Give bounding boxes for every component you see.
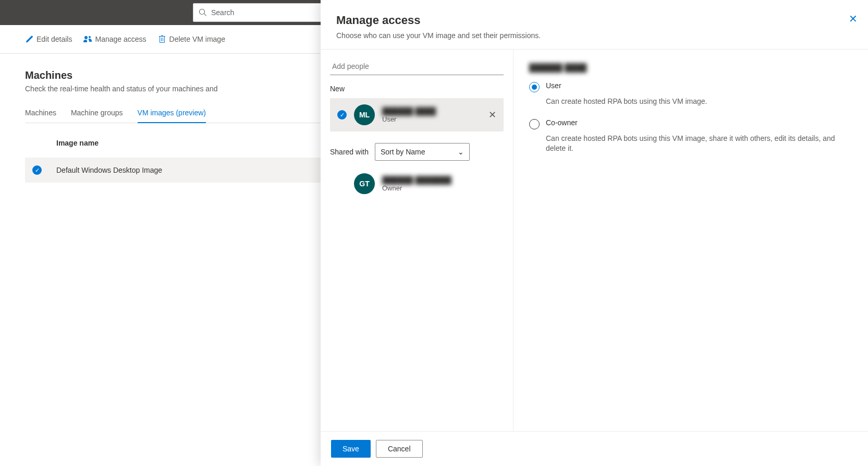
panel-title: Manage access [336, 14, 852, 27]
radio-coowner[interactable] [529, 119, 540, 129]
chevron-down-icon: ⌄ [458, 148, 464, 156]
tab-vm-images[interactable]: VM images (preview) [138, 109, 206, 123]
row-image-name: Default Windows Desktop Image [56, 166, 162, 174]
radio-user-description: Can create hosted RPA bots using this VM… [546, 97, 852, 107]
sort-dropdown[interactable]: Sort by Name ⌄ [375, 143, 470, 161]
person-selected-check-icon [337, 110, 347, 120]
radio-user-label: User [546, 81, 561, 90]
close-icon[interactable]: ✕ [849, 13, 858, 25]
person-name: ██████ ███████ [382, 176, 451, 184]
person-role: User [382, 115, 436, 123]
tab-machines[interactable]: Machines [25, 109, 56, 123]
manage-access-button[interactable]: Manage access [83, 35, 146, 43]
delete-vm-image-button[interactable]: Delete VM image [158, 35, 225, 43]
new-person-card[interactable]: ML ██████ ████ User ✕ [330, 98, 504, 132]
remove-person-icon[interactable]: ✕ [488, 109, 496, 121]
person-name: ██████ ████ [382, 107, 436, 115]
save-button[interactable]: Save [331, 440, 371, 458]
radio-user[interactable] [529, 82, 540, 92]
search-placeholder: Search [211, 8, 234, 17]
person-role: Owner [382, 184, 451, 192]
edit-details-button[interactable]: Edit details [25, 35, 72, 43]
trash-icon [158, 35, 166, 43]
avatar: GT [354, 173, 375, 194]
sort-value: Sort by Name [381, 148, 425, 156]
shared-person-row[interactable]: GT ██████ ███████ Owner [330, 168, 504, 199]
tab-machine-groups[interactable]: Machine groups [71, 109, 123, 123]
new-section-label: New [330, 85, 504, 93]
add-people-input[interactable] [330, 59, 504, 75]
radio-coowner-description: Can create hosted RPA bots using this VM… [546, 134, 852, 154]
permissions-for-name: ██████ ████ [529, 63, 852, 72]
panel-permissions-column: ██████ ████ User Can create hosted RPA b… [514, 50, 868, 431]
manage-access-panel: Manage access Choose who can use your VM… [321, 0, 868, 466]
row-selected-check-icon[interactable] [32, 165, 42, 175]
cancel-button[interactable]: Cancel [376, 440, 423, 458]
search-icon [199, 8, 207, 17]
people-share-icon [83, 35, 92, 43]
radio-coowner-label: Co-owner [546, 118, 578, 127]
shared-with-label: Shared with [330, 148, 369, 156]
panel-people-column: New ML ██████ ████ User ✕ Shared with So… [321, 50, 514, 431]
panel-subtitle: Choose who can use your VM image and set… [336, 31, 852, 40]
avatar: ML [354, 104, 375, 125]
pencil-icon [25, 35, 33, 43]
